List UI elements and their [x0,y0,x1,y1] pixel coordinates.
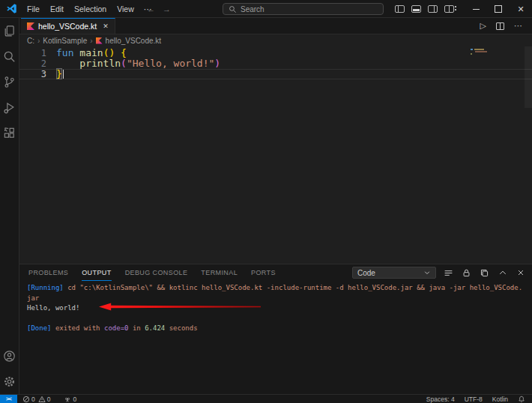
search-placeholder: Search [241,5,265,13]
text-cursor [63,70,64,79]
settings-gear-icon[interactable] [0,369,19,394]
maximize-panel-icon[interactable] [497,267,508,279]
extensions-icon[interactable] [0,120,19,145]
toggle-secondary-sidebar-icon[interactable] [428,5,438,13]
error-icon [22,396,30,403]
code-line[interactable]: 3} [19,69,532,79]
output-view[interactable]: [Running] cd "c:\KotlinSample\" && kotli… [19,281,532,394]
breadcrumb-file[interactable]: hello_VSCode.kt [106,37,162,45]
split-editor-icon[interactable] [496,22,504,30]
panel-header: PROBLEMS OUTPUT DEBUG CONSOLE TERMINAL P… [19,264,532,281]
token-function: main [79,47,103,58]
lock-scroll-icon[interactable] [461,267,472,279]
tab-close-icon[interactable]: ✕ [103,22,109,30]
line-number: 3 [19,70,46,79]
breadcrumb: C: › KotlinSample › hello_VSCode.kt [19,34,532,46]
code-lines: 1fun main() {2 println("Hello, world!")3… [19,48,532,79]
output-line: Hello, world! [27,303,532,314]
encoding-indicator[interactable]: UTF-8 [465,396,483,403]
open-log-file-icon[interactable] [479,267,490,279]
status-bar: >< 0 0 0 Spaces: 4 U [0,394,532,403]
notifications-bell-icon[interactable] [518,396,525,403]
output-line: jar [27,294,532,304]
nav-forward-icon[interactable]: → [163,4,171,13]
tab-label: hello_VSCode.kt [38,22,97,31]
nav-back-icon[interactable]: ← [147,4,155,13]
command-center-search[interactable]: Search [223,3,384,15]
tab-problems[interactable]: PROBLEMS [28,264,68,281]
indent-indicator[interactable]: Spaces: 4 [426,396,455,403]
toggle-panel-icon[interactable] [411,5,421,13]
breadcrumb-folder[interactable]: KotlinSample [43,37,87,45]
token-code: code=0 [104,324,129,332]
token-plain: Hello, world! [27,304,79,312]
token-keyword: fun [56,47,73,58]
title-bar: File Edit Selection View ⋯ ← → Search ✕ [0,0,532,18]
menu-selection[interactable]: Selection [69,0,112,18]
problems-indicator[interactable]: 0 0 0 [22,396,76,403]
ports-count: 0 [73,396,76,403]
token-bracket1: } [56,68,62,79]
error-count: 0 [31,396,35,403]
vscode-window: File Edit Selection View ⋯ ← → Search ✕ [0,0,532,403]
token-string: "Hello, world!" [127,58,214,69]
tab-output[interactable]: OUTPUT [82,264,111,281]
warning-count: 0 [47,396,51,403]
token-num: 6.424 [145,324,165,332]
token-info: [Done] [27,324,52,332]
clear-output-icon[interactable] [443,267,454,279]
language-mode-indicator[interactable]: Kotlin [492,396,508,403]
tab-hello-vscode-kt[interactable]: hello_VSCode.kt ✕ [21,18,115,34]
toggle-sidebar-icon[interactable] [395,5,405,13]
minimap[interactable] [471,49,487,55]
panel-actions: Code [352,264,526,281]
warning-icon [38,396,46,403]
menu-edit[interactable]: Edit [45,0,69,18]
breadcrumb-separator: › [90,37,92,45]
status-bar-right: Spaces: 4 UTF-8 Kotlin [426,396,532,403]
token-function: println [79,58,121,69]
editor-scrollbar[interactable] [525,46,532,108]
token-bracket2: ( [121,58,127,69]
explorer-icon[interactable] [0,18,19,43]
source-control-icon[interactable] [0,69,19,94]
activity-bar [0,18,19,394]
output-channel-value: Code [357,269,375,277]
token-bracket1: { [121,47,127,58]
output-lines: [Running] cd "c:\KotlinSample\" && kotli… [27,283,532,334]
chevron-down-icon [423,269,431,276]
token-command: in [128,324,145,332]
minimize-button[interactable] [465,0,487,18]
run-file-button[interactable]: ▷ [480,21,486,31]
editor-tab-bar: hello_VSCode.kt ✕ ▷ ⋯ [19,18,532,34]
tab-debug-console[interactable]: DEBUG CONSOLE [125,264,188,281]
customize-layout-icon[interactable] [444,5,454,13]
maximize-button[interactable] [487,0,510,18]
tab-terminal[interactable]: TERMINAL [201,264,238,281]
token-plain [115,47,121,58]
run-and-debug-icon[interactable] [0,94,19,120]
ports-indicator[interactable]: 0 [64,396,76,403]
token-bracket1: () [103,47,115,58]
code-editor[interactable]: 1fun main() {2 println("Hello, world!")3… [19,46,532,264]
menu-view[interactable]: View [112,0,139,18]
code-text: println("Hello, world!") [46,58,220,69]
layout-controls [395,5,454,13]
code-line[interactable]: 2 println("Hello, world!") [19,58,532,69]
token-bracket2: ) [214,58,220,69]
editor-more-actions-icon[interactable]: ⋯ [514,21,523,31]
editor-actions: ▷ ⋯ [480,18,532,34]
code-line[interactable]: 1fun main() { [19,48,532,58]
breadcrumb-drive[interactable]: C: [27,37,34,45]
menu-file[interactable]: File [22,0,45,18]
output-channel-select[interactable]: Code [352,267,436,279]
tab-ports[interactable]: PORTS [251,264,276,281]
close-panel-icon[interactable] [515,267,526,279]
close-window-button[interactable]: ✕ [510,0,532,18]
accounts-icon[interactable] [0,343,19,369]
output-line [27,314,532,324]
breadcrumb-separator: › [37,37,40,45]
token-command: jar [27,294,39,302]
remote-indicator[interactable]: >< [0,395,17,403]
search-sidebar-icon[interactable] [0,43,19,69]
